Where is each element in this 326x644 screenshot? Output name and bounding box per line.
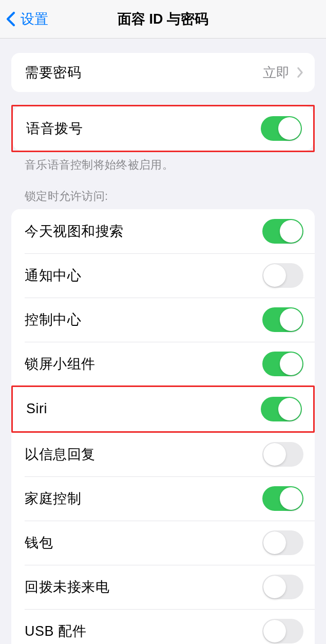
voice-dial-toggle[interactable] xyxy=(261,116,302,141)
highlight-annotation-siri: Siri xyxy=(11,385,315,433)
lock-access-label: 控制中心 xyxy=(25,310,81,329)
lock-access-row[interactable]: 控制中心 xyxy=(11,298,315,342)
lock-access-toggle[interactable] xyxy=(262,575,303,599)
lock-access-toggle[interactable] xyxy=(262,219,303,244)
voice-dial-footer: 音乐语音控制将始终被启用。 xyxy=(0,152,326,173)
lock-access-header: 锁定时允许访问: xyxy=(0,173,326,205)
lock-access-toggle[interactable] xyxy=(261,397,302,421)
voice-dial-label: 语音拨号 xyxy=(26,119,83,138)
content-scroll[interactable]: 需要密码 立即 语音拨号 音乐语音控制将始终被启用。 锁定时允许访问: 今天视图… xyxy=(0,53,326,644)
lock-access-label: 今天视图和搜索 xyxy=(25,222,124,241)
lock-access-row[interactable]: 回拨未接来电 xyxy=(11,565,315,609)
back-label: 设置 xyxy=(21,10,48,28)
lock-access-label: 回拨未接来电 xyxy=(25,578,109,596)
lock-access-row[interactable]: 锁屏小组件 xyxy=(11,342,315,386)
require-passcode-value: 立即 xyxy=(263,64,290,82)
lock-access-row[interactable]: 钱包 xyxy=(11,521,315,565)
require-passcode-row[interactable]: 需要密码 立即 xyxy=(11,53,315,92)
lock-access-label: 以信息回复 xyxy=(25,445,95,464)
voice-dial-group: 语音拨号 xyxy=(13,106,313,151)
lock-access-toggle[interactable] xyxy=(262,530,303,555)
highlight-annotation-voice-dial: 语音拨号 xyxy=(11,105,315,152)
page-title: 面容 ID 与密码 xyxy=(118,10,208,28)
voice-dial-row[interactable]: 语音拨号 xyxy=(13,106,313,151)
navigation-bar: 设置 面容 ID 与密码 xyxy=(0,0,326,39)
lock-access-row[interactable]: USB 配件 xyxy=(11,609,315,644)
lock-access-row[interactable]: 通知中心 xyxy=(11,253,315,298)
back-button[interactable]: 设置 xyxy=(0,10,48,28)
lock-access-label: 锁屏小组件 xyxy=(25,355,95,373)
lock-access-label: 家庭控制 xyxy=(25,489,81,508)
lock-access-toggle[interactable] xyxy=(262,442,303,467)
lock-access-toggle[interactable] xyxy=(262,263,303,288)
lock-access-toggle[interactable] xyxy=(262,486,303,511)
lock-access-toggle[interactable] xyxy=(262,352,303,376)
lock-access-toggle[interactable] xyxy=(262,619,303,643)
require-passcode-label: 需要密码 xyxy=(25,63,81,82)
lock-access-row[interactable]: 以信息回复 xyxy=(11,432,315,476)
chevron-right-icon xyxy=(297,67,303,78)
lock-access-group: 今天视图和搜索通知中心控制中心锁屏小组件Siri以信息回复家庭控制钱包回拨未接来… xyxy=(11,209,315,644)
lock-access-label: 通知中心 xyxy=(25,266,81,285)
lock-access-label: Siri xyxy=(26,401,47,417)
lock-access-row[interactable]: 家庭控制 xyxy=(11,476,315,521)
passcode-group: 需要密码 立即 xyxy=(11,53,315,92)
lock-access-row[interactable]: 今天视图和搜索 xyxy=(11,209,315,253)
lock-access-label: USB 配件 xyxy=(25,622,86,640)
chevron-left-icon xyxy=(6,11,15,27)
lock-access-label: 钱包 xyxy=(25,533,53,552)
lock-access-toggle[interactable] xyxy=(262,307,303,332)
lock-access-row[interactable]: Siri xyxy=(13,387,313,431)
